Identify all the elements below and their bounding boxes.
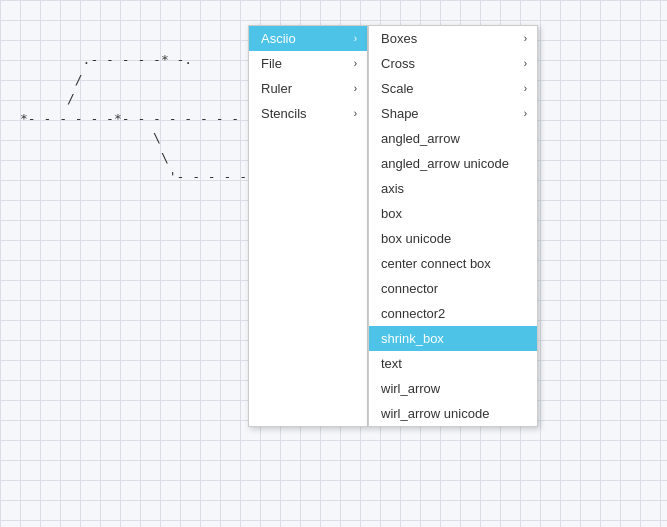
menu-item-asciio-label: Asciio <box>261 31 296 46</box>
menu-item-axis[interactable]: axis <box>369 176 537 201</box>
menu-item-shrink-box[interactable]: shrink_box <box>369 326 537 351</box>
menu-item-wirl-arrow-unicode-label: wirl_arrow unicode <box>381 406 489 421</box>
menu-item-angled-arrow-label: angled_arrow <box>381 131 460 146</box>
chevron-right-icon: › <box>354 108 357 119</box>
menu-item-connector2[interactable]: connector2 <box>369 301 537 326</box>
menu-item-connector2-label: connector2 <box>381 306 445 321</box>
menu-item-wirl-arrow-label: wirl_arrow <box>381 381 440 396</box>
chevron-right-icon: › <box>524 83 527 94</box>
menu-item-file-label: File <box>261 56 282 71</box>
menu-item-ruler-label: Ruler <box>261 81 292 96</box>
menu-item-cross-label: Cross <box>381 56 415 71</box>
menu-container: Asciio › File › Ruler › Stencils › Boxes… <box>248 25 538 427</box>
secondary-menu: Boxes › Cross › Scale › Shape › angled_a… <box>368 25 538 427</box>
menu-item-boxes[interactable]: Boxes › <box>369 26 537 51</box>
menu-item-angled-arrow-unicode-label: angled_arrow unicode <box>381 156 509 171</box>
chevron-right-icon: › <box>524 33 527 44</box>
menu-item-angled-arrow-unicode[interactable]: angled_arrow unicode <box>369 151 537 176</box>
chevron-right-icon: › <box>524 108 527 119</box>
chevron-right-icon: › <box>524 58 527 69</box>
menu-item-center-connect-box[interactable]: center connect box <box>369 251 537 276</box>
menu-item-box[interactable]: box <box>369 201 537 226</box>
menu-item-text[interactable]: text <box>369 351 537 376</box>
menu-item-file[interactable]: File › <box>249 51 367 76</box>
menu-item-center-connect-box-label: center connect box <box>381 256 491 271</box>
menu-item-box-unicode-label: box unicode <box>381 231 451 246</box>
menu-item-boxes-label: Boxes <box>381 31 417 46</box>
menu-item-connector[interactable]: connector <box>369 276 537 301</box>
chevron-right-icon: › <box>354 58 357 69</box>
primary-menu: Asciio › File › Ruler › Stencils › <box>248 25 368 427</box>
menu-item-shape-label: Shape <box>381 106 419 121</box>
chevron-right-icon: › <box>354 83 357 94</box>
menu-item-wirl-arrow-unicode[interactable]: wirl_arrow unicode <box>369 401 537 426</box>
menu-item-axis-label: axis <box>381 181 404 196</box>
menu-item-angled-arrow[interactable]: angled_arrow <box>369 126 537 151</box>
menu-item-cross[interactable]: Cross › <box>369 51 537 76</box>
menu-item-shape[interactable]: Shape › <box>369 101 537 126</box>
menu-item-stencils-label: Stencils <box>261 106 307 121</box>
menu-item-text-label: text <box>381 356 402 371</box>
menu-item-stencils[interactable]: Stencils › <box>249 101 367 126</box>
chevron-right-icon: › <box>354 33 357 44</box>
menu-item-wirl-arrow[interactable]: wirl_arrow <box>369 376 537 401</box>
menu-item-shrink-box-label: shrink_box <box>381 331 444 346</box>
menu-item-box-label: box <box>381 206 402 221</box>
menu-item-scale[interactable]: Scale › <box>369 76 537 101</box>
menu-item-connector-label: connector <box>381 281 438 296</box>
menu-item-box-unicode[interactable]: box unicode <box>369 226 537 251</box>
menu-item-ruler[interactable]: Ruler › <box>249 76 367 101</box>
menu-item-scale-label: Scale <box>381 81 414 96</box>
menu-item-asciio[interactable]: Asciio › <box>249 26 367 51</box>
